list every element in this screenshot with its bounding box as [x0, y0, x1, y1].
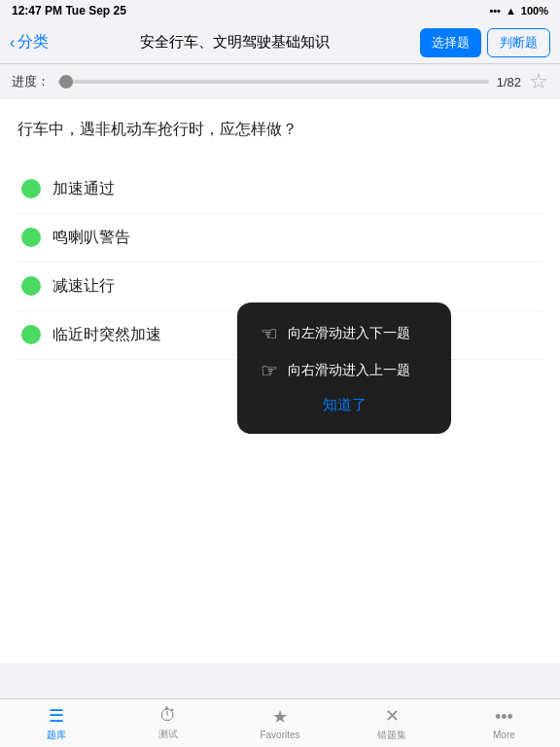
option-circle-3 [21, 325, 41, 344]
tab-tiku[interactable]: ☰ 题库 [0, 699, 112, 747]
content-area: 行车中，遇非机动车抢行时，应怎样做？ 加速通过 鸣喇叭警告 减速让行 临近时突然… [0, 99, 560, 663]
tab-ceshi[interactable]: ⏱ 测试 [112, 699, 224, 747]
progress-label: 进度： [12, 73, 50, 90]
tab-more[interactable]: ••• More [448, 699, 560, 747]
progress-track[interactable] [57, 80, 489, 84]
tooltip-popup: ☜ 向左滑动进入下一题 ☞ 向右滑动进入上一题 知道了 [237, 302, 451, 434]
tab-bar: ☰ 题库 ⏱ 测试 ★ Favorites ✕ 错题集 ••• More [0, 698, 560, 747]
tab-favorites[interactable]: ★ Favorites [224, 699, 335, 747]
more-label: More [493, 729, 515, 740]
status-time: 12:47 PM Tue Sep 25 [12, 4, 126, 18]
battery-icon: 100% [521, 5, 548, 17]
chevron-left-icon: ‹ [10, 34, 15, 52]
option-item-0[interactable]: 加速通过 [18, 165, 542, 214]
tooltip-text-1: 向左滑动进入下一题 [288, 325, 410, 342]
tooltip-confirm-button[interactable]: 知道了 [261, 396, 428, 414]
option-text-3: 临近时突然加速 [52, 325, 161, 345]
back-button[interactable]: ‹ 分类 [10, 32, 49, 53]
cuoti-icon: ✕ [385, 705, 400, 727]
select-question-button[interactable]: 选择题 [420, 28, 481, 57]
option-text-2: 减速让行 [52, 276, 115, 297]
option-circle-2 [21, 276, 41, 296]
option-item-1[interactable]: 鸣喇叭警告 [18, 214, 542, 263]
tooltip-text-2: 向右滑动进入上一题 [288, 362, 410, 379]
status-right: ••• ▲ 100% [489, 5, 548, 17]
progress-thumb[interactable] [59, 75, 73, 89]
cuoti-label: 错题集 [377, 729, 406, 742]
option-text-1: 鸣喇叭警告 [52, 228, 130, 248]
option-circle-1 [21, 228, 41, 247]
ceshi-icon: ⏱ [159, 705, 177, 726]
nav-bar: ‹ 分类 安全行车、文明驾驶基础知识 选择题 判断题 [0, 21, 560, 64]
ceshi-label: 测试 [158, 728, 178, 741]
option-circle-0 [21, 179, 41, 198]
tiku-icon: ☰ [49, 705, 64, 727]
progress-count: 1/82 [497, 75, 521, 89]
progress-row: 进度： 1/82 ☆ [0, 64, 560, 99]
judge-question-button[interactable]: 判断题 [487, 28, 550, 57]
back-label: 分类 [18, 32, 49, 53]
nav-buttons: 选择题 判断题 [420, 28, 550, 57]
option-text-0: 加速通过 [52, 179, 115, 199]
wifi-icon: ▲ [506, 5, 516, 17]
question-text: 行车中，遇非机动车抢行时，应怎样做？ [18, 117, 542, 142]
tooltip-row-1: ☜ 向左滑动进入下一题 [261, 322, 428, 345]
status-bar: 12:47 PM Tue Sep 25 ••• ▲ 100% [0, 0, 560, 21]
nav-title: 安全行车、文明驾驶基础知识 [140, 33, 330, 52]
favorites-label: Favorites [260, 729, 299, 740]
bookmark-icon[interactable]: ☆ [529, 69, 548, 94]
swipe-left-icon: ☜ [261, 322, 278, 345]
tiku-label: 题库 [47, 729, 66, 742]
tab-cuoti[interactable]: ✕ 错题集 [336, 699, 448, 747]
tooltip-row-2: ☞ 向右滑动进入上一题 [261, 359, 428, 382]
more-icon: ••• [495, 707, 513, 728]
signal-icon: ••• [489, 5, 501, 17]
swipe-right-icon: ☞ [261, 359, 278, 382]
favorites-icon: ★ [272, 706, 288, 728]
